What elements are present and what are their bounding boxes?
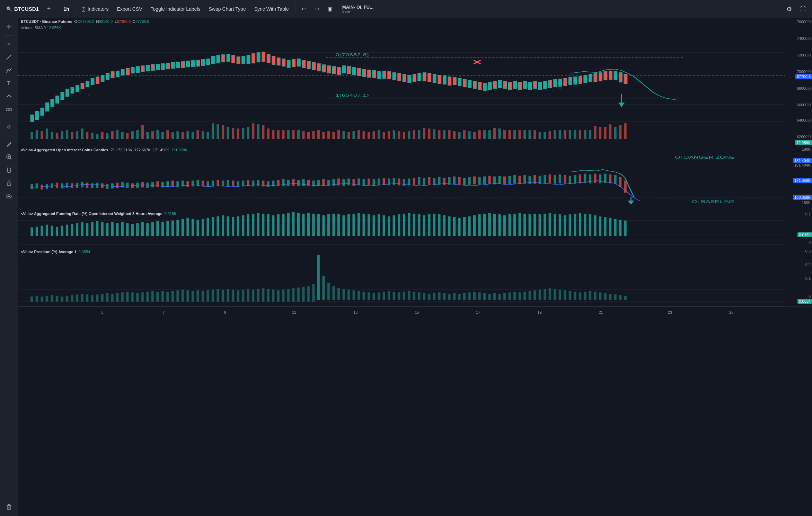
timeframe-button[interactable]: 1h: [60, 4, 72, 14]
svg-rect-126: [468, 80, 471, 88]
lock-tool[interactable]: [3, 177, 15, 189]
brush-tool[interactable]: [3, 137, 15, 150]
layout-button[interactable]: ▣: [324, 3, 336, 14]
svg-rect-455: [272, 215, 274, 236]
emoji-tool[interactable]: ☺: [3, 121, 15, 133]
swap-chart-button[interactable]: Swap Chart Type: [205, 4, 249, 14]
svg-rect-549: [126, 292, 129, 302]
zoom-tool[interactable]: [3, 151, 15, 163]
svg-rect-180: [131, 131, 134, 139]
settings-button[interactable]: ⚙: [783, 3, 795, 15]
horizontal-line-tool[interactable]: [3, 38, 15, 50]
trend-line-tool[interactable]: [3, 51, 15, 63]
svg-rect-107: [373, 71, 376, 78]
svg-text:0(70682.8): 0(70682.8): [335, 52, 369, 56]
svg-rect-347: [352, 179, 355, 186]
svg-rect-93: [302, 60, 305, 68]
symbol-button[interactable]: 🔍 BTCUSD1: [3, 4, 42, 14]
svg-rect-495: [473, 215, 476, 236]
oi-v1: 172.213K: [116, 148, 132, 152]
svg-rect-47: [71, 87, 74, 93]
svg-rect-241: [438, 130, 440, 139]
magnet-tool[interactable]: [3, 164, 15, 176]
svg-rect-443: [212, 217, 214, 236]
add-indicator-button[interactable]: +: [44, 3, 54, 15]
svg-rect-277: [619, 125, 621, 139]
pattern-tool[interactable]: [3, 90, 15, 103]
export-csv-button[interactable]: Export CSV: [113, 4, 145, 14]
trash-tool[interactable]: [3, 501, 15, 513]
premium-panel[interactable]: <Velo> Premium (%) Average 1 0.0654: [18, 248, 785, 306]
svg-rect-515: [574, 214, 576, 236]
svg-rect-51: [91, 79, 94, 85]
svg-rect-169: [76, 131, 78, 139]
svg-rect-371: [473, 177, 476, 185]
svg-rect-103: [352, 68, 355, 75]
svg-rect-152: [599, 73, 602, 81]
svg-rect-336: [297, 180, 300, 186]
right-axis-premium: 0.3 0.2 0.1 0 0.0654: [785, 248, 812, 306]
main-save-block[interactable]: MAIN- OI, FU... Save: [339, 2, 377, 16]
svg-rect-604: [403, 292, 405, 300]
svg-rect-80: [237, 57, 240, 64]
svg-rect-477: [383, 215, 385, 236]
svg-rect-205: [257, 124, 259, 139]
svg-rect-147: [574, 77, 577, 84]
toggle-labels-button[interactable]: Toggle Indicator Labels: [147, 4, 204, 14]
main-title-label: MAIN- OI, FU...: [342, 5, 373, 10]
svg-rect-89: [282, 59, 285, 66]
indicators-button[interactable]: ∑ Indicators: [79, 4, 112, 14]
svg-rect-357: [403, 179, 405, 186]
svg-rect-305: [141, 182, 144, 187]
svg-rect-148: [579, 76, 582, 84]
svg-rect-576: [262, 288, 264, 302]
svg-rect-463: [312, 214, 315, 236]
svg-rect-314: [186, 181, 189, 187]
oi-chart-svg: OI DANGER ZONE OI BASELINE: [18, 146, 785, 210]
svg-rect-481: [403, 214, 405, 236]
svg-rect-600: [383, 292, 385, 300]
svg-rect-119: [433, 74, 436, 83]
svg-rect-354: [388, 178, 390, 185]
svg-rect-239: [428, 128, 430, 139]
svg-rect-448: [237, 216, 239, 236]
svg-rect-587: [317, 255, 320, 300]
svg-rect-490: [448, 216, 450, 236]
svg-rect-472: [358, 213, 360, 236]
swap-chart-label: Swap Chart Type: [209, 6, 246, 12]
svg-rect-439: [192, 219, 194, 236]
svg-rect-399: [614, 175, 616, 184]
svg-rect-62: [146, 65, 149, 71]
oi-panel[interactable]: <Velo> Aggregated Open Interest Coins Ca…: [18, 146, 785, 210]
svg-rect-461: [302, 214, 304, 236]
svg-rect-238: [423, 128, 425, 139]
text-tool[interactable]: T: [3, 77, 15, 90]
eye-tool[interactable]: [3, 190, 15, 203]
svg-rect-208: [272, 130, 274, 139]
measure-tool[interactable]: [3, 104, 15, 116]
crosshair-tool[interactable]: ✛: [3, 21, 15, 33]
svg-rect-81: [242, 56, 245, 64]
draw-tool[interactable]: [3, 64, 15, 77]
chart-panels: BTCUSDT · Binance-Futures OO67509.2 H681…: [18, 18, 785, 516]
fullscreen-button[interactable]: ⛶: [797, 4, 809, 14]
svg-rect-58: [126, 68, 129, 75]
svg-rect-509: [544, 214, 546, 236]
svg-rect-630: [533, 290, 536, 300]
svg-rect-149: [584, 75, 587, 83]
main-price-panel[interactable]: BTCUSDT · Binance-Futures OO67509.2 H681…: [18, 18, 785, 146]
undo-icon: ↩: [302, 6, 306, 12]
svg-rect-49: [81, 83, 84, 89]
funding-panel[interactable]: <Velo> Aggregated Funding Rate (%) Open …: [18, 210, 785, 248]
svg-rect-564: [202, 291, 204, 302]
svg-rect-114: [408, 75, 411, 83]
sync-table-button[interactable]: Sync With Table: [251, 4, 292, 14]
redo-button[interactable]: ↪: [311, 3, 323, 14]
svg-rect-518: [589, 214, 591, 236]
svg-rect-396: [599, 175, 601, 184]
svg-rect-179: [126, 133, 129, 139]
svg-rect-541: [86, 294, 88, 302]
svg-rect-120: [438, 75, 441, 84]
undo-button[interactable]: ↩: [298, 3, 310, 14]
svg-rect-243: [448, 130, 450, 139]
